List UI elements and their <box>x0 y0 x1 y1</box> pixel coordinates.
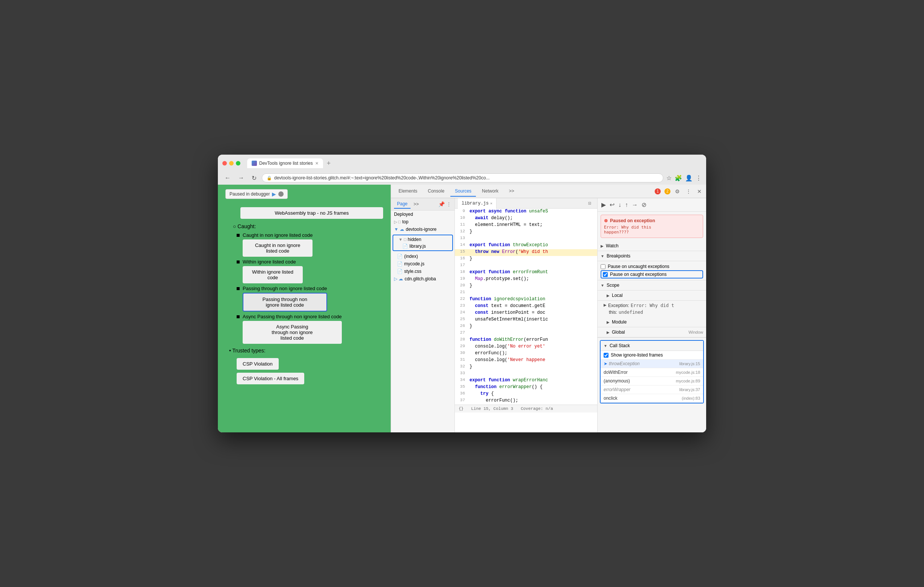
tab-network[interactable]: Network <box>477 186 503 197</box>
breakpoints-section-header[interactable]: ▼ Breakpoints <box>597 251 706 261</box>
caught-section: ○ Caught: Caught in non ignore listed co… <box>225 223 383 344</box>
pause-uncaught-checkbox[interactable] <box>601 264 606 269</box>
code-line: 26 } <box>455 324 597 330</box>
sources-panel: Page >> 📌 ⋮ Deployed ▷ □ top <box>391 198 597 432</box>
file-tree-top[interactable]: ▷ □ top <box>391 218 454 225</box>
csp-violation-button[interactable]: CSP Violation <box>237 358 279 370</box>
ft-pin-icon[interactable]: 📌 <box>438 201 445 207</box>
forward-button[interactable]: → <box>236 174 246 182</box>
index-label: (index) <box>404 254 418 259</box>
editor-tab-close[interactable]: ✕ <box>490 201 492 206</box>
stack-frame-do-with-error[interactable]: doWithError mycode.js:18 <box>601 368 703 377</box>
bookmark-star-icon[interactable]: ☆ <box>667 174 672 182</box>
ft-tab-more[interactable]: >> <box>411 200 422 208</box>
pause-caught-checkbox[interactable] <box>603 272 608 277</box>
scope-section-header[interactable]: ▼ Scope <box>597 280 706 291</box>
extensions-icon[interactable]: 🧩 <box>675 174 682 182</box>
tab-elements[interactable]: Elements <box>394 186 422 197</box>
code-line: 37 errorFunc(); <box>455 398 597 404</box>
item-box-selected[interactable]: Passing through nonignore listed code <box>243 293 327 311</box>
pause-caught-label: Pause on caught exceptions <box>610 272 667 277</box>
chevron-right-icon: ▶ <box>607 294 610 298</box>
code-line: 14 export function throwExceptio <box>455 242 597 249</box>
trusted-types-title: • Trusted types: <box>229 347 383 354</box>
browser-tab[interactable]: DevTools ignore list stories ✕ <box>247 158 323 168</box>
back-button[interactable]: ← <box>222 174 233 182</box>
minimize-button[interactable] <box>229 161 234 166</box>
devtools-main: Page >> 📌 ⋮ Deployed ▷ □ top <box>391 198 706 432</box>
address-bar[interactable]: 🔒 devtools-ignore-list-stories.glitch.me… <box>262 173 663 183</box>
ft-more-icon[interactable]: ⋮ <box>446 201 452 207</box>
code-line: 25 unsafeSetInnerHtml(insertic <box>455 317 597 324</box>
stack-frame-anonymous[interactable]: (anonymous) mycode.js:89 <box>601 377 703 385</box>
stack-frame-throw-exception[interactable]: ➤ throwException library.js:15 <box>601 360 703 368</box>
global-value: Window <box>688 330 703 334</box>
csp-violation-all-button[interactable]: CSP Violation - All frames <box>237 373 304 384</box>
file-tree-index[interactable]: 📄 (index) <box>391 253 454 260</box>
module-section-header[interactable]: ▶ Module <box>597 317 706 327</box>
code-line: 32 } <box>455 364 597 371</box>
code-line: 33 <box>455 371 597 378</box>
step-out-button[interactable]: ↑ <box>624 201 629 209</box>
code-line: 17 <box>455 263 597 270</box>
file-tree-cdn[interactable]: ▷ ☁ cdn.glitch.globa <box>391 275 454 283</box>
trusted-types-section: • Trusted types: CSP Violation CSP Viola… <box>229 347 383 386</box>
settings-icon[interactable]: ⚙ <box>673 187 681 195</box>
editor-tab-library-js[interactable]: library.js ✕ <box>458 198 497 209</box>
exception-value: Error: Why did t <box>631 303 674 308</box>
tab-sources[interactable]: Sources <box>450 186 476 197</box>
file-tree-style-css[interactable]: 📄 style.css <box>391 268 454 275</box>
step-over-button[interactable]: ↩ <box>609 201 615 209</box>
browser-window: DevTools ignore list stories ✕ + ← → ↻ 🔒… <box>218 155 706 432</box>
paused-exception-box: ⊗ Paused on exception Error: Why did thi… <box>601 215 703 238</box>
code-line: 16 } <box>455 256 597 263</box>
active-frame-icon: ➤ <box>604 361 607 366</box>
hidden-folder-highlighted: ▼ □ hidden 📄 library.js <box>393 235 453 251</box>
frame-name: errorWrapper <box>604 387 630 392</box>
step-button[interactable]: → <box>631 201 639 209</box>
resume-icon[interactable]: ▶ <box>272 191 276 197</box>
more-options-icon[interactable]: ⋮ <box>684 187 693 195</box>
file-tree-hidden[interactable]: ▼ □ hidden <box>394 236 452 243</box>
watch-section-header[interactable]: ▶ Watch <box>597 241 706 251</box>
show-ignored-frames-label: Show ignore-listed frames <box>611 352 663 358</box>
refresh-button[interactable]: ↻ <box>249 174 259 183</box>
editor-expand-icon[interactable]: ⊡ <box>585 201 594 206</box>
file-tree-library-js[interactable]: 📄 library.js <box>394 243 452 250</box>
close-button[interactable] <box>222 161 227 166</box>
nav-bar: ← → ↻ 🔒 devtools-ignore-list-stories.gli… <box>222 171 702 185</box>
call-stack-header[interactable]: ▼ Call Stack <box>601 341 703 351</box>
file-tree-mycode-js[interactable]: 📄 mycode.js <box>391 260 454 268</box>
deactivate-breakpoints-button[interactable]: ⊘ <box>641 201 647 209</box>
chevron-right-icon: ▶ <box>607 320 610 324</box>
new-tab-button[interactable]: + <box>325 159 333 168</box>
warn-badge: 2 <box>665 188 670 194</box>
paused-exception-message: Error: Why did thishappen???? <box>604 225 700 235</box>
profile-icon[interactable]: 👤 <box>685 174 693 182</box>
show-ignored-frames-checkbox[interactable] <box>604 353 609 358</box>
code-line: 22 function ignoredcspviolation <box>455 296 597 303</box>
tab-close-button[interactable]: ✕ <box>315 161 318 166</box>
file-tree-devtools-ignore[interactable]: ▼ ☁ devtools-ignore <box>391 225 454 233</box>
item-box[interactable]: Async Passingthrough non ignorelisted co… <box>243 321 342 344</box>
local-section-header[interactable]: ▶ Local <box>597 291 706 301</box>
tab-more[interactable]: >> <box>505 186 519 197</box>
list-item: Caught in non ignore listed code Caught … <box>237 232 383 257</box>
bullet-icon <box>237 260 240 263</box>
tab-console[interactable]: Console <box>423 186 449 197</box>
maximize-button[interactable] <box>236 161 240 166</box>
close-devtools-button[interactable]: ✕ <box>696 187 703 195</box>
status-line: Line 15, Column 3 <box>471 406 513 411</box>
menu-icon[interactable]: ⋮ <box>696 174 702 182</box>
main-content: Paused in debugger ▶ WebAssembly trap - … <box>218 185 706 432</box>
stack-frame-onclick[interactable]: onclick (index):83 <box>601 394 703 403</box>
show-ignored-frames: Show ignore-listed frames <box>601 351 703 360</box>
step-into-button[interactable]: ↓ <box>617 201 622 209</box>
item-box[interactable]: Within ignore listedcode <box>243 266 303 283</box>
global-section-header[interactable]: ▶ Global Window <box>597 327 706 337</box>
resume-execution-button[interactable]: ▶ <box>601 201 607 209</box>
item-box[interactable]: Caught in non ignorelisted code <box>243 240 312 257</box>
stack-frame-error-wrapper[interactable]: errorWrapper library.js:37 <box>601 385 703 394</box>
ft-tab-page[interactable]: Page <box>394 200 411 209</box>
call-stack-section: ▼ Call Stack Show ignore-listed frames <box>600 340 704 403</box>
